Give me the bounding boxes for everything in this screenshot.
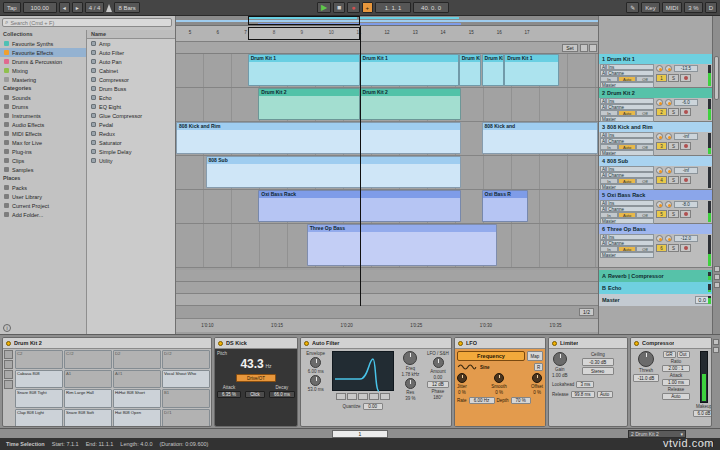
arm-button[interactable] [680,108,691,116]
amount-value[interactable]: 0.00 [434,375,443,380]
release-value[interactable]: 99.8 ms [571,391,595,398]
tap-tempo-button[interactable]: Tap [3,2,21,13]
drum-pad[interactable]: D#1 [162,409,210,428]
drum-pad[interactable]: B1 [162,389,210,408]
monitor-off[interactable]: Off [636,110,654,116]
lane-drum-kit-1[interactable]: Drum Kit 1 Drum Kit 1 Drum Kit 1 Drum Ki… [176,54,598,88]
arrangement-view[interactable]: 5 6 7 8 9 10 11 12 13 14 15 16 17 Set Dr… [176,16,598,334]
drum-pad[interactable]: Clap 808 Light [15,409,63,428]
place-add-folder[interactable]: Add Folder... [0,210,86,219]
monitor-off[interactable]: Off [636,246,654,252]
solo-button[interactable]: S [668,210,679,218]
monitor-off[interactable]: Off [636,144,654,150]
track-activator[interactable]: 6 [656,244,667,252]
category-midi-effects[interactable]: MIDI Effects [0,129,86,138]
slope-switch[interactable]: 12 dB [427,381,449,388]
draw-mode-button[interactable]: ✎ [626,2,639,13]
search-input[interactable] [10,20,169,26]
browser-device-row[interactable]: Simple Delay [87,147,175,156]
clip[interactable]: 808 Sub [206,156,461,188]
quantize-field[interactable]: 1 [332,430,388,438]
device-on-toggle[interactable] [304,341,309,346]
drum-pad[interactable]: C#2 [64,350,112,369]
collection-favourite-effects[interactable]: Favourite Effects [0,48,86,57]
places-header[interactable]: Places [0,174,86,183]
send-a-knob[interactable] [656,235,663,242]
monitor-auto[interactable]: Auto [618,178,636,184]
browser-device-row[interactable]: Utility [87,156,175,165]
master-volume-field[interactable]: 0.0 [695,296,709,304]
category-max-for-live[interactable]: Max for Live [0,138,86,147]
release-value[interactable]: Auto [662,393,690,400]
makeup-value[interactable]: 6.0 dB [693,410,712,417]
loop-length-field[interactable]: 40. 0. 0 [413,2,449,13]
filter-display[interactable] [332,351,394,391]
monitor-in[interactable]: In [600,110,618,116]
time-signature-field[interactable]: 4 / 4 [85,2,105,13]
monitor-off[interactable]: Off [636,178,654,184]
track-header-6[interactable]: 6Three Op Bass All Ins All Channe InAuto… [599,224,712,268]
filter-type-morph-button[interactable] [380,393,390,400]
envelope-release-knob[interactable] [310,375,321,386]
nudge-up-button[interactable]: ▸ [72,2,83,13]
lane-oxi-bass-rack[interactable]: Oxi Bass Rack Oxi Bass R [176,190,598,224]
device-ds-kick[interactable]: DS Kick Pitch 43.3 Hz Drive/OT Attack6.3… [214,337,298,427]
bank-button[interactable] [4,380,13,389]
track-header-2[interactable]: 2Drum Kit 2 All Ins All Channe InAutoOff… [599,88,712,122]
categories-header[interactable]: Categories [0,84,86,93]
device-header[interactable]: Drum Kit 2 [3,338,211,349]
overview-selection[interactable] [248,16,360,25]
device-header[interactable]: Compressor [631,338,711,349]
device-compressor[interactable]: Compressor Thresh -11.0 dB GROut Ratio 2… [630,337,712,427]
category-drums[interactable]: Drums [0,102,86,111]
vertical-scrollbar[interactable] [712,16,720,334]
punch-out-switch[interactable] [589,44,597,52]
track-header-5[interactable]: 5Oxi Bass Rack All Ins All Channe InAuto… [599,190,712,224]
return-track-b[interactable]: BEcho [599,282,712,294]
monitor-in[interactable]: In [600,76,618,82]
drum-pad[interactable]: D#2 [162,350,210,369]
pitch-value[interactable]: 43.3 [240,357,263,371]
category-instruments[interactable]: Instruments [0,111,86,120]
record-button[interactable]: ● [347,2,359,13]
category-sounds[interactable]: Sounds [0,93,86,102]
info-toggle-button[interactable]: i [3,324,11,332]
loop-switch[interactable] [580,44,588,52]
device-view-toggle[interactable] [713,339,719,345]
bank-button[interactable] [4,370,13,379]
browser-device-row[interactable]: Saturator [87,138,175,147]
offset-value[interactable]: 0 % [533,390,541,395]
track-name[interactable]: Echo [608,285,621,291]
monitor-auto[interactable]: Auto [618,76,636,82]
device-on-toggle[interactable] [552,341,557,346]
browser-device-row[interactable]: EQ Eight [87,102,175,111]
beat-time-ruler[interactable]: 5 6 7 8 9 10 11 12 13 14 15 16 17 [176,26,598,42]
lane-808-sub[interactable]: 808 Sub [176,156,598,190]
send-b-knob[interactable] [665,235,672,242]
device-header[interactable]: Auto Filter [301,338,451,349]
device-lfo[interactable]: LFO Frequency Map Sine R Jitter0 % Smoot… [454,337,546,427]
track-name[interactable]: Master [602,297,620,303]
time-ruler[interactable]: 1'0:10 1'0:15 1'0:20 1'0:25 1'0:30 1'0:3… [176,318,598,332]
track-header-3[interactable]: 3808 Kick and Rim All Ins All Channe InA… [599,122,712,156]
freq-value[interactable]: 1.78 kHz [401,372,419,377]
track-name[interactable]: Reverb | Compressor [608,273,664,279]
freq-knob[interactable] [403,351,417,365]
monitor-auto[interactable]: Auto [618,144,636,150]
send-b-knob[interactable] [665,167,672,174]
device-on-toggle[interactable] [6,341,11,346]
ratio-value[interactable]: 2.00 : 1 [662,365,690,372]
send-b-knob[interactable] [665,99,672,106]
place-packs[interactable]: Packs [0,183,86,192]
volume-field[interactable]: -13.5 [674,65,698,72]
release-value[interactable]: 53.0 ms [308,387,324,392]
device-on-toggle[interactable] [458,341,463,346]
track-name[interactable]: Three Op Bass [607,226,646,232]
click-button[interactable]: Click [245,391,265,398]
map-button[interactable]: Map [527,351,543,361]
track-name[interactable]: 808 Sub [607,158,628,164]
gain-knob[interactable] [553,352,567,366]
track-activator[interactable]: 2 [656,108,667,116]
arm-button[interactable] [680,244,691,252]
playhead[interactable] [360,26,361,306]
